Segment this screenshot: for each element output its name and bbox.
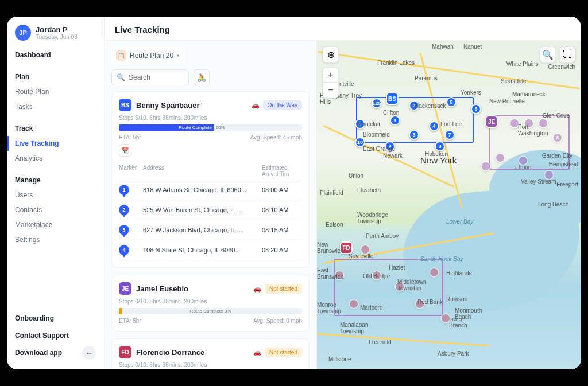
map-pin[interactable]: 6 xyxy=(471,104,481,114)
nav-settings[interactable]: Settings xyxy=(15,232,104,247)
city-label: Yonkers xyxy=(461,89,481,96)
city-label: Nanuet xyxy=(463,44,482,50)
driver-name: Florencio Dorrance xyxy=(136,348,204,357)
stops-summary: Stops 6/10. 8hrs 38mins. 200miles xyxy=(119,115,302,121)
city-label: Paramus xyxy=(415,75,438,81)
map-pin[interactable]: 5 xyxy=(446,97,457,107)
zoom-in-button[interactable]: + xyxy=(323,68,338,83)
city-label: Freeport xyxy=(556,181,578,188)
city-label: Red Bank xyxy=(417,299,443,305)
map-pin[interactable]: 8 xyxy=(435,141,445,151)
car-icon: 🚗 xyxy=(253,285,261,293)
city-label: Highlands xyxy=(446,270,471,276)
city-label: Fort Lee xyxy=(440,121,462,127)
map-pin[interactable]: 3 xyxy=(409,130,419,140)
address-cell: 108 N State St, Chicago, IL 6060... xyxy=(143,247,262,254)
filter-button[interactable]: 🚴 xyxy=(194,69,210,85)
locate-button[interactable]: ⊕ xyxy=(323,46,339,63)
map-pin[interactable]: 4 xyxy=(429,121,439,131)
nav-live-tracking[interactable]: Live Tracking xyxy=(15,136,104,151)
car-icon: 🚗 xyxy=(252,102,260,109)
nav-onboarding[interactable]: Onboarding xyxy=(15,310,104,327)
city-label: Mahwah xyxy=(432,44,454,50)
nav-analytics[interactable]: Analytics xyxy=(15,151,104,166)
map[interactable]: BS 125 2 5 6 1 4 3 7 10 9 8 ⌂ JE 8 xyxy=(317,41,581,369)
city-label: Freehold xyxy=(369,339,391,345)
map-pin[interactable] xyxy=(429,267,439,278)
driver-card: FD Florencio Dorrance 🚗 Not started Stop… xyxy=(111,338,310,369)
city-label: Hoboken xyxy=(425,151,448,157)
car-icon: 🚗 xyxy=(253,349,261,356)
nav-dashboard[interactable]: Dashboard xyxy=(15,48,104,63)
nav-download[interactable]: Download app xyxy=(15,344,62,361)
progress-bar: Route Complete 60% xyxy=(119,124,302,131)
map-pin[interactable] xyxy=(481,161,491,171)
city-label: New Rochelle xyxy=(489,98,525,104)
eta-label: ETA: 5hr xyxy=(119,134,141,141)
city-label: White Plains xyxy=(506,61,539,67)
table-row[interactable]: 3 627 W Jackson Blvd, Chicago, IL ... 08… xyxy=(119,220,302,240)
city-label: Scarsdale xyxy=(501,78,526,84)
city-label: Elmont xyxy=(515,164,533,170)
fullscreen-button[interactable]: ⛶ xyxy=(559,46,575,63)
map-pin[interactable]: 125 xyxy=(372,98,382,108)
city-label: Elizabeth xyxy=(357,187,381,193)
driver-card: BS Benny Spanbauer 🚗 On the Way Stops 6/… xyxy=(111,91,310,268)
avatar: JP xyxy=(15,25,31,41)
city-label: Asbury Park xyxy=(438,350,469,357)
city-label: Plainfield xyxy=(320,190,343,196)
eta-label: ETA: 5hr xyxy=(119,318,141,324)
plan-label: Route Plan 20 xyxy=(130,52,173,60)
city-label: Union xyxy=(349,173,363,179)
city-label: Long Beach xyxy=(538,201,568,208)
stops-summary: Stops 0/10. 8hrs 38mins. 200miles xyxy=(119,298,302,305)
zoom-out-button[interactable]: − xyxy=(323,83,338,98)
search-field[interactable] xyxy=(129,73,184,81)
map-driver-badge-je[interactable]: JE xyxy=(485,115,498,128)
nav-marketplace[interactable]: Marketplace xyxy=(15,217,104,232)
time-cell: 08:15 AM xyxy=(262,227,302,233)
marker-pin: 2 xyxy=(119,205,129,215)
avg-speed-label: Avg. Speed: 45 mph xyxy=(250,134,302,141)
nav-contacts[interactable]: Contacts xyxy=(15,202,104,217)
city-label: Millstone xyxy=(328,356,351,362)
map-driver-badge-bs[interactable]: BS xyxy=(386,92,399,105)
marker-pin: 1 xyxy=(119,185,129,195)
map-search-button[interactable]: 🔍 xyxy=(540,46,556,63)
crosshair-icon: ⊕ xyxy=(327,49,335,60)
col-marker: Marker xyxy=(119,165,143,177)
page-title: Live Tracking xyxy=(115,25,571,34)
nav-route-plan[interactable]: Route Plan xyxy=(15,84,104,99)
status-badge: Not started xyxy=(265,348,302,357)
route-plan-selector[interactable]: 📋 Route Plan 20 ▾ xyxy=(111,48,184,64)
calendar-button[interactable]: 📅 xyxy=(119,144,131,157)
table-row[interactable]: 1 318 W Adams St, Chicago, IL 6060... 08… xyxy=(119,180,302,200)
map-pin[interactable]: 1 xyxy=(390,115,400,126)
city-label: Montclair xyxy=(357,121,381,127)
search-input[interactable]: 🔍 xyxy=(111,69,189,85)
status-badge: Not started xyxy=(265,284,302,294)
back-icon[interactable]: ← xyxy=(82,346,96,360)
map-pin[interactable]: 7 xyxy=(444,130,455,140)
driver-name: Jamel Eusebio xyxy=(136,284,188,293)
map-pin[interactable] xyxy=(349,299,359,309)
city-label: Hackensack xyxy=(415,103,446,109)
city-label: Edison xyxy=(326,221,343,228)
city-label: Manalapan Township xyxy=(340,322,368,334)
city-label: Bloomfield xyxy=(363,131,390,138)
table-row[interactable]: 4 108 N State St, Chicago, IL 6060... 08… xyxy=(119,240,302,260)
map-pin[interactable]: 8 xyxy=(552,132,563,143)
nav-support[interactable]: Contact Support xyxy=(15,327,104,344)
table-row[interactable]: 2 525 W Van Buren St, Chicago, IL ... 08… xyxy=(119,200,302,220)
nav-tasks[interactable]: Tasks xyxy=(15,99,104,114)
city-label: Perth Amboy xyxy=(366,233,399,239)
profile[interactable]: JP Jordan P Tuesday, Jun 03 xyxy=(15,25,104,48)
stops-summary: Stops 0/10. 8hrs 38mins. 200miles xyxy=(119,362,302,368)
progress-bar: Route Complete 0% xyxy=(119,308,302,314)
col-time: Estimated Arrival Tim xyxy=(262,165,302,177)
nav-users[interactable]: Users xyxy=(15,188,104,202)
time-cell: 08:00 AM xyxy=(262,186,302,193)
marker-pin: 3 xyxy=(119,225,129,235)
map-pin[interactable] xyxy=(495,153,505,163)
city-label: Rumson xyxy=(446,296,467,302)
